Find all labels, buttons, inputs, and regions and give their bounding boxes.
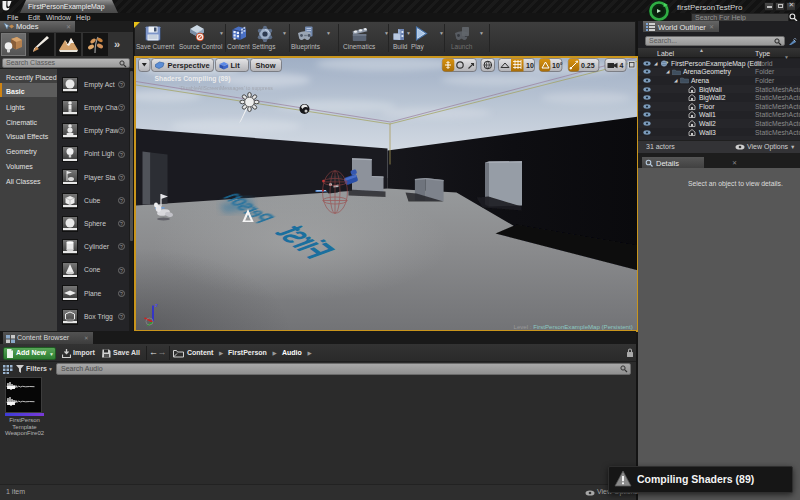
svg-text:4: 4 xyxy=(619,61,623,68)
svg-text:0.25: 0.25 xyxy=(581,61,595,68)
svg-text:Level : FirstPersonExampleMap: Level : FirstPersonExampleMap (Persisten… xyxy=(513,323,632,330)
svg-text:Lit: Lit xyxy=(230,61,240,70)
svg-text:Shaders Compiling (89): Shaders Compiling (89) xyxy=(154,75,230,83)
svg-text:10: 10 xyxy=(526,61,534,68)
svg-text:'DisableAllScreenMessages' to: 'DisableAllScreenMessages' to suppress xyxy=(179,85,273,91)
svg-text:z: z xyxy=(155,301,158,307)
svg-text:Perspective: Perspective xyxy=(167,61,209,70)
svg-text:10°: 10° xyxy=(552,61,563,68)
svg-text:Show: Show xyxy=(255,61,275,70)
